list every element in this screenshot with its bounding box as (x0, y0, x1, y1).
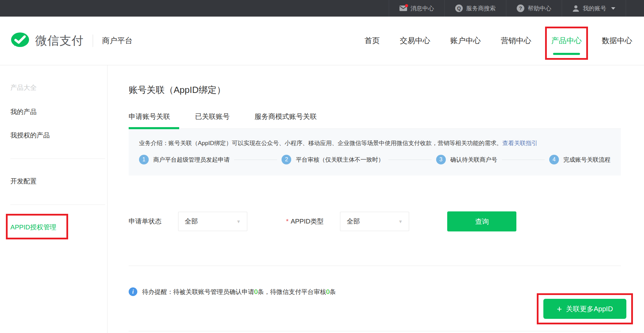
header-divider (93, 35, 93, 47)
wechat-pay-logo-icon (10, 32, 30, 49)
help-icon: ? (517, 4, 524, 12)
tab-apply-association-label: 申请账号关联 (129, 113, 170, 120)
nav-item-products[interactable]: 产品中心 (551, 35, 582, 47)
content-row: 产品大全 我的产品 我授权的产品 开发配置 APPID授权管理 账号关联（App… (0, 65, 644, 333)
svg-text:?: ? (519, 5, 522, 11)
active-nav-underline (553, 53, 580, 55)
brand-name: 微信支付 (35, 33, 84, 49)
step-2: 2 平台审核（仅关联主体不一致时） (282, 155, 384, 164)
status-filter-label: 申请单状态 (129, 217, 162, 226)
section-divider (129, 266, 621, 266)
sidebar-item-my-products[interactable]: 我的产品 (10, 107, 107, 116)
status-select[interactable]: 全部 ▼ (178, 212, 247, 231)
plus-icon: + (557, 305, 562, 313)
info-icon: i (129, 287, 137, 296)
sidebar-item-authorized-products[interactable]: 我授权的产品 (10, 131, 107, 140)
nav-item-data[interactable]: 数据中心 (602, 35, 632, 47)
message-center-link[interactable]: 消息中心 (389, 0, 444, 17)
wechat-pay-merchant-portal: 消息中心 Q 服务商搜索 ? 帮助中心 我的账号 微信支付 商户平台 (0, 0, 644, 333)
svg-text:Q: Q (457, 6, 461, 11)
help-center-label: 帮助中心 (528, 4, 551, 12)
sidebar-divider (10, 204, 105, 205)
service-provider-search-link[interactable]: Q 服务商搜索 (444, 0, 506, 17)
nav-item-transactions[interactable]: 交易中心 (400, 35, 430, 47)
appid-type-filter-label: APPID类型 (291, 217, 323, 226)
intro-description: 业务介绍：账号关联（AppID绑定）可以实现在公众号、小程序、移动应用、企业微信… (139, 140, 502, 146)
sidebar: 产品大全 我的产品 我授权的产品 开发配置 APPID授权管理 (0, 65, 108, 333)
help-center-link[interactable]: ? 帮助中心 (506, 0, 562, 17)
chevron-down-icon (611, 7, 615, 10)
step-4-label: 完成账号关联流程 (563, 156, 610, 164)
view-guide-link[interactable]: 查看关联指引 (502, 140, 537, 146)
add-more-appid-label: 关联更多AppID (566, 304, 613, 314)
query-button[interactable]: 查询 (447, 211, 516, 231)
process-steps: 1 商户平台超级管理员发起申请 2 平台审核（仅关联主体不一致时） 3 确认待关… (139, 155, 610, 164)
required-asterisk: * (286, 218, 288, 225)
step-3-label: 确认待关联商户号 (450, 156, 497, 164)
sidebar-section-products: 产品大全 (10, 83, 107, 92)
step-4: 4 完成账号关联流程 (549, 155, 610, 164)
nav-item-home[interactable]: 首页 (365, 35, 380, 47)
tab-bar: 申请账号关联 已关联账号 服务商模式账号关联 (129, 112, 621, 129)
tab-service-provider-mode[interactable]: 服务商模式账号关联 (255, 112, 317, 129)
nav-item-account[interactable]: 账户中心 (450, 35, 481, 47)
primary-nav: 首页 交易中心 账户中心 营销中心 产品中心 数据中心 (365, 35, 632, 47)
unread-badge-dot (405, 4, 408, 7)
pending-confirm-count: 0 (254, 288, 258, 295)
sidebar-item-dev-config[interactable]: 开发配置 (10, 177, 107, 186)
intro-box: 业务介绍：账号关联（AppID绑定）可以实现在公众号、小程序、移动应用、企业微信… (129, 129, 621, 175)
reminder-middle: 条，待微信支付平台审核 (258, 288, 326, 295)
appid-type-select-value: 全部 (347, 217, 360, 226)
step-connector (234, 160, 277, 160)
sidebar-item-appid-auth[interactable]: APPID授权管理 (10, 223, 56, 231)
intro-text: 业务介绍：账号关联（AppID绑定）可以实现在公众号、小程序、移动应用、企业微信… (139, 137, 610, 149)
top-utility-bar: 消息中心 Q 服务商搜索 ? 帮助中心 我的账号 (0, 0, 644, 17)
tab-associated-accounts[interactable]: 已关联账号 (195, 112, 230, 129)
service-provider-search-label: 服务商搜索 (466, 4, 496, 12)
step-1-label: 商户平台超级管理员发起申请 (153, 156, 230, 164)
sidebar-item-appid-auth-wrap: APPID授权管理 (10, 223, 56, 232)
active-tab-underline (129, 127, 179, 129)
pending-review-count: 0 (326, 288, 330, 295)
tab-apply-association[interactable]: 申请账号关联 (129, 112, 170, 129)
step-4-circle: 4 (549, 155, 559, 164)
search-icon: Q (455, 4, 463, 12)
status-select-value: 全部 (185, 217, 198, 226)
chevron-down-icon: ▼ (398, 219, 403, 224)
step-3-circle: 3 (436, 155, 446, 164)
my-account-label: 我的账号 (583, 4, 606, 12)
message-center-label: 消息中心 (411, 4, 434, 12)
main-panel: 账号关联（AppID绑定） 申请账号关联 已关联账号 服务商模式账号关联 业务介… (108, 65, 644, 333)
todo-reminder-text: 待办提醒：待被关联账号管理员确认申请0条，待微信支付平台审核0条 (142, 288, 336, 296)
add-more-appid-button[interactable]: + 关联更多AppID (543, 299, 626, 319)
step-connector (388, 160, 431, 160)
step-connector (502, 160, 545, 160)
page-title: 账号关联（AppID绑定） (129, 84, 621, 96)
step-1: 1 商户平台超级管理员发起申请 (139, 155, 230, 164)
step-2-label: 平台审核（仅关联主体不一致时） (296, 156, 384, 164)
reminder-suffix: 条 (330, 288, 336, 295)
step-3: 3 确认待关联商户号 (436, 155, 497, 164)
chevron-down-icon: ▼ (236, 219, 241, 224)
main-header: 微信支付 商户平台 首页 交易中心 账户中心 营销中心 产品中心 数据中心 (0, 17, 644, 65)
my-account-menu[interactable]: 我的账号 (562, 0, 626, 17)
step-2-circle: 2 (282, 155, 291, 164)
brand-logo-group[interactable]: 微信支付 (10, 32, 84, 49)
step-1-circle: 1 (139, 155, 149, 164)
bottom-divider (129, 331, 621, 331)
appid-type-select[interactable]: 全部 ▼ (340, 212, 409, 231)
account-icon (572, 5, 579, 12)
portal-name: 商户平台 (102, 36, 132, 46)
nav-item-products-label: 产品中心 (551, 36, 582, 45)
filter-row: 申请单状态 全部 ▼ * APPID类型 全部 ▼ 查询 (129, 211, 621, 231)
sidebar-divider (10, 159, 105, 159)
nav-item-marketing[interactable]: 营销中心 (501, 35, 531, 47)
annotation-red-box-add-button: + 关联更多AppID (537, 293, 633, 324)
reminder-prefix: 待办提醒：待被关联账号管理员确认申请 (142, 288, 254, 295)
